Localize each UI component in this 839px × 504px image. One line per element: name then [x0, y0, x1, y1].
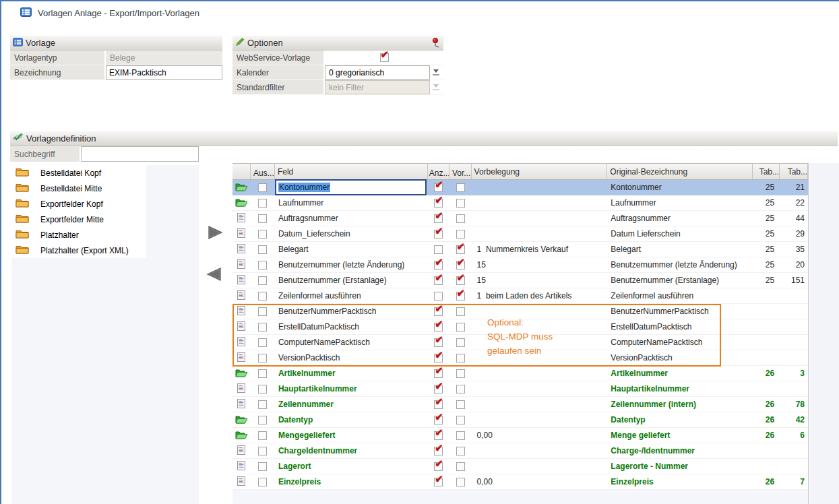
table-row[interactable]: Zeilennummer Zeilennummer Zeilennummer (… — [232, 397, 808, 412]
vor-checkbox[interactable] — [456, 338, 465, 347]
vor-checkbox[interactable] — [456, 245, 465, 254]
table-row[interactable]: Belegart Belegart 1 Nummernkreis Verkauf… — [232, 242, 808, 257]
anz-checkbox[interactable] — [434, 199, 443, 208]
aus-checkbox[interactable] — [258, 183, 267, 192]
aus-checkbox[interactable] — [258, 416, 267, 424]
vor-checkbox[interactable] — [456, 385, 465, 393]
col-tab2[interactable]: Tab... — [780, 164, 808, 179]
bezeichnung-input[interactable] — [106, 65, 222, 80]
anz-checkbox[interactable] — [434, 400, 443, 409]
anz-checkbox[interactable] — [434, 338, 443, 347]
table-row[interactable]: VersionPacktisch VersionPacktisch Versio… — [232, 350, 808, 366]
table-row[interactable]: Einzelpreis Einzelpreis 0,00 Einzelpreis… — [232, 474, 808, 490]
vor-checkbox[interactable] — [456, 307, 465, 316]
vor-checkbox[interactable] — [456, 354, 465, 363]
anz-checkbox[interactable] — [434, 230, 443, 239]
vorbelegung-cell[interactable]: 15 — [472, 273, 608, 288]
vor-checkbox[interactable] — [456, 214, 465, 223]
webservice-checkbox[interactable] — [380, 53, 389, 62]
anz-checkbox[interactable] — [434, 447, 443, 455]
vorbelegung-cell[interactable] — [472, 459, 608, 474]
list-item[interactable]: Platzhalter (Export XML) — [11, 243, 146, 258]
anz-checkbox[interactable] — [434, 183, 443, 192]
vor-checkbox[interactable] — [456, 478, 465, 486]
aus-checkbox[interactable] — [258, 276, 267, 285]
anz-checkbox[interactable] — [434, 292, 443, 301]
list-item[interactable]: Exportfelder Mitte — [11, 212, 146, 227]
vorbelegung-cell[interactable] — [472, 381, 608, 396]
table-row[interactable]: Benutzernummer (Erstanlage) Benutzernumm… — [232, 273, 808, 288]
vor-checkbox[interactable] — [456, 199, 465, 208]
pin-icon[interactable] — [432, 38, 439, 50]
vorbelegung-cell[interactable] — [472, 350, 608, 365]
list-item[interactable]: Bestelldatei Kopf — [11, 165, 146, 181]
vorbelegung-cell[interactable] — [472, 195, 608, 210]
aus-checkbox[interactable] — [258, 400, 267, 409]
vor-checkbox[interactable] — [456, 447, 465, 455]
kalender-select[interactable]: 0 gregorianisch — [325, 65, 430, 80]
vor-checkbox[interactable] — [456, 369, 465, 378]
anz-checkbox[interactable] — [434, 245, 443, 254]
aus-checkbox[interactable] — [258, 478, 267, 486]
col-original[interactable]: Original-Bezeichnung — [607, 164, 753, 179]
vorbelegung-cell[interactable]: 1 Nummernkreis Verkauf — [472, 242, 608, 257]
anz-checkbox[interactable] — [434, 276, 443, 285]
vor-checkbox[interactable] — [456, 323, 465, 332]
list-item[interactable]: Platzhalter — [11, 227, 146, 243]
vor-checkbox[interactable] — [456, 462, 465, 471]
table-row[interactable]: Artikelnummer Artikelnummer Artikelnumme… — [232, 366, 808, 381]
anz-checkbox[interactable] — [434, 369, 443, 378]
vor-checkbox[interactable] — [456, 416, 465, 424]
vorbelegung-cell[interactable] — [472, 211, 608, 226]
vorbelegung-cell[interactable] — [472, 412, 608, 427]
anz-checkbox[interactable] — [434, 385, 443, 393]
col-anz[interactable]: Anz... — [428, 164, 449, 179]
anz-checkbox[interactable] — [434, 323, 443, 332]
vorbelegung-cell[interactable] — [472, 226, 608, 241]
aus-checkbox[interactable] — [258, 323, 267, 332]
anz-checkbox[interactable] — [434, 478, 443, 486]
vorbelegung-cell[interactable] — [472, 180, 608, 195]
feld-inline-editor[interactable]: Kontonummer — [275, 179, 427, 195]
col-vor[interactable]: Vor... — [449, 164, 472, 179]
table-row[interactable]: Kontonummer Kontonummer Kontonummer 25 2… — [232, 180, 808, 195]
vorbelegung-cell[interactable] — [472, 397, 608, 412]
vor-checkbox[interactable] — [456, 276, 465, 285]
anz-checkbox[interactable] — [434, 261, 443, 270]
anz-checkbox[interactable] — [434, 307, 443, 316]
move-right-button[interactable] — [207, 225, 224, 242]
aus-checkbox[interactable] — [258, 214, 267, 223]
aus-checkbox[interactable] — [258, 338, 267, 347]
aus-checkbox[interactable] — [258, 292, 267, 301]
table-row[interactable]: BenutzerNummerPacktisch BenutzerNummerPa… — [232, 304, 808, 319]
vor-checkbox[interactable] — [456, 400, 465, 409]
table-row[interactable]: Laufnummer Laufnummer Laufnummer 25 22 — [232, 195, 808, 211]
anz-checkbox[interactable] — [434, 416, 443, 424]
aus-checkbox[interactable] — [258, 431, 267, 440]
table-row[interactable]: Lagerort Lagerort Lagerorte - Nummer — [232, 459, 808, 474]
table-row[interactable]: ComputerNamePacktisch ComputerNamePackti… — [232, 335, 808, 350]
col-icon[interactable] — [232, 164, 251, 179]
col-feld[interactable]: Feld — [275, 164, 428, 179]
vorbelegung-cell[interactable] — [472, 304, 608, 319]
aus-checkbox[interactable] — [258, 369, 267, 378]
anz-checkbox[interactable] — [434, 214, 443, 223]
vorbelegung-cell[interactable] — [472, 443, 608, 458]
table-row[interactable]: Zeilenformel ausführen Zeilenformel ausf… — [232, 288, 808, 304]
suchbegriff-input[interactable] — [81, 146, 199, 162]
list-item[interactable]: Exportfelder Kopf — [11, 196, 146, 212]
vorbelegung-cell[interactable]: 0,00 — [472, 428, 608, 443]
table-row[interactable]: Benutzernummer (letzte Änderung) Benutze… — [232, 257, 808, 273]
vor-checkbox[interactable] — [456, 230, 465, 239]
vor-checkbox[interactable] — [456, 261, 465, 270]
table-row[interactable]: Hauptartikelnummer Hauptartikelnummer Ha… — [232, 381, 808, 397]
anz-checkbox[interactable] — [434, 462, 443, 471]
anz-checkbox[interactable] — [434, 431, 443, 440]
table-row[interactable]: Auftragsnummer Auftragsnummer Auftragsnu… — [232, 211, 808, 226]
vor-checkbox[interactable] — [456, 431, 465, 440]
aus-checkbox[interactable] — [258, 230, 267, 239]
table-row[interactable]: Mengegeliefert Mengegeliefert 0,00 Menge… — [232, 428, 808, 443]
table-row[interactable]: ChargeIdentnummer ChargeIdentnummer Char… — [232, 443, 808, 459]
aus-checkbox[interactable] — [258, 261, 267, 270]
col-aus[interactable]: Aus... — [251, 164, 275, 179]
